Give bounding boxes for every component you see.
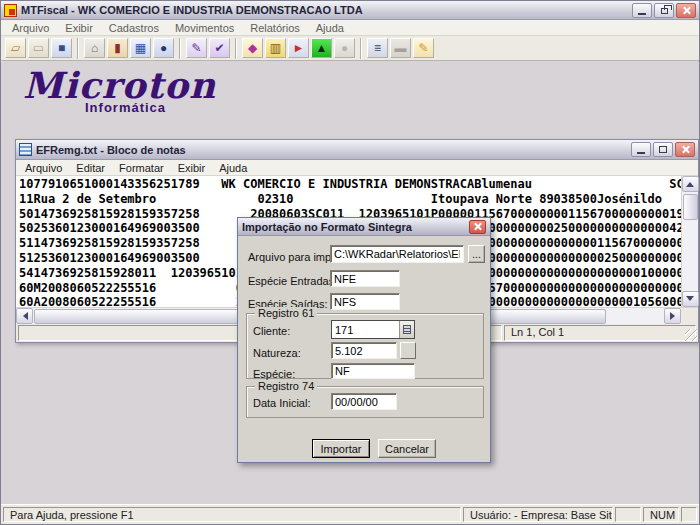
user-company-status: Usuário: - Empresa: Base Site WK: [463, 507, 613, 522]
status-panel-empty: [681, 507, 697, 522]
dart-icon[interactable]: ►: [288, 38, 309, 58]
notepad-menu-exibir[interactable]: Exibir: [171, 161, 213, 175]
menu-arquivo[interactable]: Arquivo: [4, 21, 57, 35]
menu-cadastros[interactable]: Cadastros: [101, 21, 167, 35]
vertical-scroll-thumb[interactable]: [683, 194, 698, 220]
notepad-menu-ajuda[interactable]: Ajuda: [212, 161, 254, 175]
arrow-down-icon: [686, 296, 694, 305]
toolbox-icon[interactable]: ■: [51, 38, 72, 58]
scroll-down-button[interactable]: [682, 291, 699, 307]
vertical-scrollbar[interactable]: [681, 176, 698, 307]
run-icon[interactable]: ▲: [311, 38, 332, 58]
notepad-menubar: Arquivo Editar Formatar Exibir Ajuda: [16, 160, 698, 176]
cliente-input[interactable]: [332, 321, 399, 338]
minimize-icon: [638, 13, 646, 15]
toolbar-separator: [77, 38, 79, 59]
dialog-titlebar: Importação no Formato Sintegra: [238, 218, 490, 236]
toolbar-separator: [235, 38, 237, 59]
help-status: Para Ajuda, pressione F1: [3, 507, 461, 522]
dialog-title: Importação no Formato Sintegra: [242, 221, 469, 233]
menu-relatorios[interactable]: Relatórios: [242, 21, 308, 35]
scrollbar-corner: [681, 307, 698, 324]
coin-icon[interactable]: ●: [334, 38, 355, 58]
close-icon: [681, 145, 690, 154]
calendar-icon[interactable]: ▦: [130, 38, 151, 58]
scroll-up-button[interactable]: [682, 176, 699, 192]
close-icon: [473, 222, 482, 231]
registro-74-title: Registro 74: [255, 380, 317, 392]
close-button[interactable]: [676, 3, 696, 18]
browse-button[interactable]: ...: [468, 245, 485, 263]
toolbar-separator: [179, 38, 181, 59]
approve-icon[interactable]: ✔: [209, 38, 230, 58]
app-statusbar: Para Ajuda, pressione F1 Usuário: - Empr…: [1, 504, 699, 524]
dialog-close-button[interactable]: [469, 220, 486, 234]
scroll-left-button[interactable]: [16, 308, 33, 324]
data-inicial-label: Data Inicial:: [253, 397, 310, 409]
entradas-input[interactable]: [330, 270, 400, 287]
app-titlebar: MTFiscal - WK COMERCIO E INDUSTRIA DEMON…: [1, 1, 699, 20]
cliente-label: Cliente:: [253, 325, 290, 337]
open-folder-icon[interactable]: ▱: [5, 38, 26, 58]
restore-icon: [661, 8, 668, 14]
notepad-icon: [19, 143, 32, 156]
natureza-side-button[interactable]: [400, 342, 416, 359]
importar-button[interactable]: Importar: [312, 439, 370, 458]
registro-74-group: Registro 74 Data Inicial:: [246, 386, 484, 418]
text-line: 11Rua 2 de Setembro 02310 Itoupava Norte…: [19, 192, 681, 207]
notepad-minimize-button[interactable]: [631, 142, 651, 157]
registro-61-group: Registro 61 Cliente: Natureza: Espécie:: [246, 313, 484, 379]
factory-icon[interactable]: ⌂: [84, 38, 105, 58]
cancelar-button[interactable]: Cancelar: [378, 439, 436, 458]
restore-button[interactable]: [654, 3, 674, 18]
signature-icon[interactable]: ✎: [413, 38, 434, 58]
notepad-title: EFRemg.txt - Bloco de notas: [36, 144, 627, 156]
pencil-icon[interactable]: ✎: [186, 38, 207, 58]
minimize-button[interactable]: [632, 3, 652, 18]
saidas-input[interactable]: [330, 293, 400, 310]
notepad-close-button[interactable]: [675, 142, 695, 157]
book-icon[interactable]: ▥: [265, 38, 286, 58]
notepad-menu-formatar[interactable]: Formatar: [112, 161, 171, 175]
notepad-menu-arquivo[interactable]: Arquivo: [18, 161, 69, 175]
natureza-input[interactable]: [331, 342, 397, 359]
menu-exibir[interactable]: Exibir: [57, 21, 101, 35]
dialog-body: Arquivo para importar: ... Espécie Entra…: [238, 236, 490, 462]
resize-grip[interactable]: [685, 329, 697, 341]
file-input[interactable]: [330, 245, 464, 263]
numlock-indicator: NUM: [643, 507, 679, 522]
report-icon[interactable]: ≡: [367, 38, 388, 58]
app-menubar: Arquivo Exibir Cadastros Movimentos Rela…: [1, 20, 699, 36]
registro-61-title: Registro 61: [255, 307, 317, 319]
app-toolbar: ▱ ▭ ■ ⌂ ▮ ▦ ● ✎ ✔ ◆ ▥ ► ▲ ● ≡ ▬ ✎: [1, 36, 699, 61]
close-icon: [682, 6, 691, 15]
app-title: MTFiscal - WK COMERCIO E INDUSTRIA DEMON…: [21, 4, 628, 16]
folder-icon[interactable]: ▭: [28, 38, 49, 58]
cliente-field: [331, 320, 415, 339]
cursor-position: Ln 1, Col 1: [504, 325, 696, 341]
scroll-right-button[interactable]: [664, 308, 681, 324]
arrow-right-icon: [670, 312, 679, 320]
menu-ajuda[interactable]: Ajuda: [308, 21, 352, 35]
notepad-maximize-button[interactable]: [653, 142, 673, 157]
menu-movimentos[interactable]: Movimentos: [167, 21, 242, 35]
notepad-menu-editar[interactable]: Editar: [69, 161, 112, 175]
package-icon[interactable]: ◆: [242, 38, 263, 58]
person-icon[interactable]: ●: [153, 38, 174, 58]
status-panel-empty: [615, 507, 641, 522]
microton-logo: Microton Informática: [23, 64, 216, 115]
natureza-label: Natureza:: [253, 347, 301, 359]
app-icon: [4, 4, 17, 17]
import-dialog: Importação no Formato Sintegra Arquivo p…: [237, 217, 491, 463]
arrow-left-icon: [19, 312, 28, 320]
maximize-icon: [659, 146, 667, 153]
especie-input[interactable]: [331, 363, 415, 379]
especie-label: Espécie:: [253, 368, 295, 380]
data-inicial-input[interactable]: [331, 393, 397, 410]
minimize-icon: [637, 152, 645, 154]
text-line: 1077910651000143356251789 WK COMERCIO E …: [19, 177, 681, 192]
contacts-icon[interactable]: ▮: [107, 38, 128, 58]
arrow-up-icon: [686, 178, 694, 187]
cliente-lookup-button[interactable]: [399, 321, 414, 338]
export-icon[interactable]: ▬: [390, 38, 411, 58]
